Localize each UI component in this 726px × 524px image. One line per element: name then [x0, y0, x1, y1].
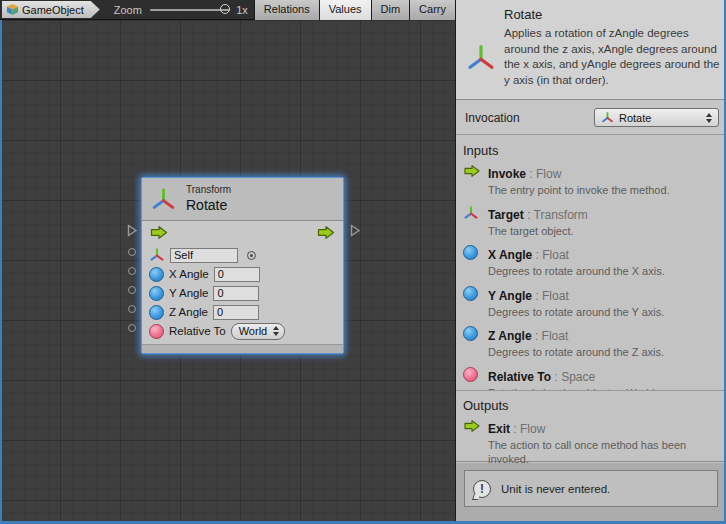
port-separator: :	[524, 208, 534, 222]
transform-icon	[465, 42, 497, 78]
port-separator: :	[532, 329, 542, 343]
input-row-y-angle: Y Angle : Float Degrees to rotate around…	[456, 286, 726, 327]
port-separator: :	[510, 422, 520, 436]
x-angle-input-connector[interactable]	[128, 267, 136, 275]
float-port-icon	[463, 245, 478, 260]
dropdown-stepper-icon	[273, 326, 279, 336]
flow-input-connector[interactable]	[127, 223, 138, 241]
graph-canvas[interactable]: Transform Rotate	[0, 20, 455, 524]
zoom-value: 1x	[236, 4, 248, 16]
port-name: Relative To	[488, 370, 551, 384]
zoom-label: Zoom	[114, 4, 142, 16]
invocation-label: Invocation	[465, 111, 520, 125]
object-picker-icon[interactable]	[247, 251, 256, 260]
target-input-connector[interactable]	[128, 248, 136, 256]
port-type: Transform	[534, 208, 588, 222]
y-angle-row: Y Angle 0	[149, 285, 336, 301]
input-row-z-angle: Z Angle : Float Degrees to rotate around…	[456, 326, 726, 367]
inputs-header: Inputs	[456, 136, 726, 164]
target-row: Self	[149, 247, 336, 263]
port-description: Degrees to rotate around the Z axis.	[488, 346, 716, 360]
tab-relations[interactable]: Relations	[254, 0, 319, 20]
flow-arrow-icon	[463, 419, 481, 437]
y-angle-field[interactable]: 0	[213, 286, 259, 301]
transform-icon	[150, 186, 177, 217]
port-type: Float	[542, 329, 569, 343]
z-angle-field[interactable]: 0	[213, 305, 259, 320]
x-angle-field[interactable]: 0	[214, 267, 260, 282]
transform-mini-icon[interactable]	[149, 247, 165, 263]
relative-to-port-icon[interactable]	[149, 324, 164, 339]
port-name: Invoke	[488, 167, 526, 181]
inspector-description: Applies a rotation of zAngle degrees aro…	[504, 26, 720, 88]
input-row-invoke: Invoke : Flow The entry point to invoke …	[456, 164, 726, 205]
port-separator: :	[532, 248, 542, 262]
node-category: Transform	[186, 184, 231, 195]
port-description: The target object.	[488, 225, 716, 239]
outputs-header: Outputs	[456, 391, 726, 419]
relative-to-dropdown[interactable]: World	[231, 323, 286, 340]
x-angle-row: X Angle 0	[149, 266, 336, 282]
z-angle-port-icon[interactable]	[149, 305, 164, 320]
port-description: Degrees to rotate around the X axis.	[488, 265, 716, 279]
relative-to-input-connector[interactable]	[128, 324, 136, 332]
port-description: The action to call once method has been …	[488, 439, 716, 466]
inspector-title: Rotate	[504, 7, 542, 22]
port-name: Exit	[488, 422, 510, 436]
z-angle-input-connector[interactable]	[128, 305, 136, 313]
inputs-section: Inputs Invoke : Flow The entry point to …	[456, 136, 726, 390]
port-description: The entry point to invoke the method.	[488, 184, 716, 198]
tab-dim[interactable]: Dim	[371, 0, 410, 20]
z-angle-row: Z Angle 0	[149, 304, 336, 320]
window-border	[0, 20, 2, 524]
flow-ports-row	[149, 226, 336, 242]
y-angle-label: Y Angle	[169, 287, 208, 299]
relative-to-row: Relative To World	[149, 323, 336, 339]
port-separator: :	[526, 167, 536, 181]
port-separator: :	[551, 370, 561, 384]
port-name: X Angle	[488, 248, 532, 262]
y-angle-input-connector[interactable]	[128, 286, 136, 294]
warning-box: ! Unit is never entered.	[464, 470, 718, 507]
rotate-unit-node[interactable]: Transform Rotate	[141, 177, 344, 354]
input-row-x-angle: X Angle : Float Degrees to rotate around…	[456, 245, 726, 286]
outputs-section: Outputs Exit : Flow The action to call o…	[456, 390, 726, 462]
zoom-slider[interactable]	[150, 9, 230, 11]
dropdown-stepper-icon	[706, 113, 712, 123]
invoke-flow-icon[interactable]	[149, 225, 169, 244]
inspector-footer: ! Unit is never entered.	[456, 463, 726, 524]
node-footer	[142, 344, 343, 353]
port-separator: :	[532, 289, 542, 303]
target-field[interactable]: Self	[170, 248, 238, 263]
port-type: Space	[561, 370, 595, 384]
flow-output-connector[interactable]	[350, 223, 361, 241]
float-port-icon	[463, 326, 478, 341]
port-description: Degrees to rotate around the Y axis.	[488, 306, 716, 320]
x-angle-port-icon[interactable]	[149, 267, 164, 282]
tab-values[interactable]: Values	[319, 0, 371, 20]
gameobject-cube-icon	[6, 3, 19, 16]
warning-text: Unit is never entered.	[501, 483, 610, 495]
port-type: Float	[542, 289, 569, 303]
breadcrumb[interactable]: GameObject	[2, 1, 100, 18]
float-port-icon	[463, 286, 478, 301]
zoom-slider-knob[interactable]	[220, 4, 230, 14]
space-port-icon	[463, 367, 478, 382]
port-type: Flow	[536, 167, 561, 181]
warning-icon: !	[473, 480, 491, 498]
node-header[interactable]: Transform Rotate	[142, 178, 343, 221]
node-title: Rotate	[186, 197, 227, 213]
port-name: Target	[488, 208, 524, 222]
exit-flow-icon[interactable]	[316, 225, 336, 244]
transform-mini-icon	[601, 111, 614, 124]
inspector-header: Rotate Applies a rotation of zAngle degr…	[456, 0, 726, 100]
y-angle-port-icon[interactable]	[149, 286, 164, 301]
tab-carry[interactable]: Carry	[409, 0, 455, 20]
transform-mini-icon	[463, 205, 479, 225]
relative-to-value: World	[239, 325, 268, 337]
graph-toolbar: GameObject Zoom 1x Relations Values Dim …	[0, 0, 455, 20]
invocation-dropdown[interactable]: Rotate	[594, 108, 719, 127]
z-angle-label: Z Angle	[169, 306, 208, 318]
toolbar-tabs: Relations Values Dim Carry	[254, 0, 455, 20]
unit-inspector-panel: Rotate Applies a rotation of zAngle degr…	[455, 0, 726, 524]
